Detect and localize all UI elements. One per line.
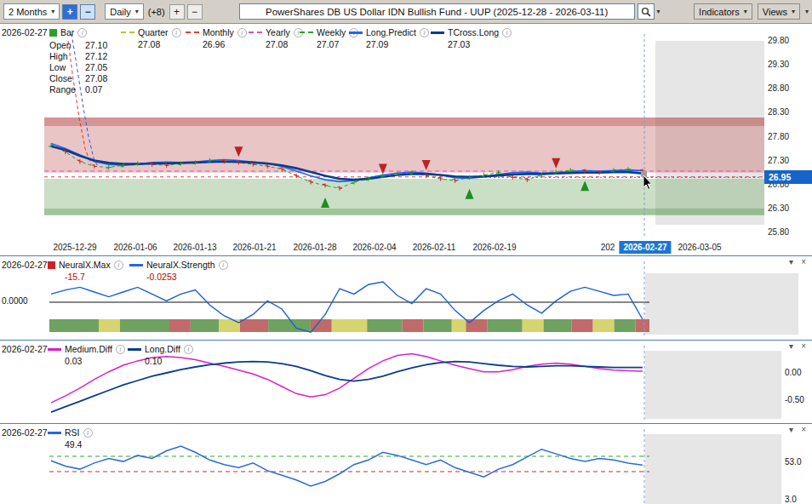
toolbar: 2 Months ▾ + − Daily ▾ (+8) + − PowerSha… (0, 0, 812, 24)
views-menu[interactable]: Views ▾ (758, 3, 800, 20)
y-axis-label: 28.30 (768, 107, 789, 117)
rsi-chart[interactable] (0, 424, 812, 504)
search-dropdown-icon[interactable]: ▾ (657, 8, 660, 15)
diff-panel: 2026-02-27 Medium.Diff i 0.03 Long.Diff … (0, 340, 812, 423)
y-axis-label: 26.30 (768, 203, 789, 213)
collapse-panel-icon[interactable]: ▾ (789, 257, 793, 266)
price-chart-panel: 2026-02-27 Bar i Quarter i 27.08 Monthly… (0, 24, 812, 255)
x-axis-label: 202 (601, 243, 615, 252)
interval-select[interactable]: Daily ▾ (105, 3, 143, 20)
time-axis[interactable]: 2025-12-292026-01-062026-01-132026-01-21… (0, 240, 812, 255)
diff-chart[interactable] (0, 341, 812, 423)
x-axis-label: 2026-01-21 (232, 243, 276, 252)
x-axis-label: 2026-01-13 (173, 243, 216, 252)
x-axis-label: 2026-03-05 (678, 243, 721, 252)
price-chart[interactable] (0, 24, 812, 240)
x-axis-label: 2026-02-19 (472, 243, 516, 252)
y-axis-label: 25.80 (768, 227, 789, 237)
period-plus-button[interactable]: + (62, 4, 77, 20)
x-axis-label: 2026-02-11 (413, 243, 455, 252)
x-axis-label: 2026-01-06 (113, 243, 157, 252)
search-icon (641, 7, 651, 17)
y-axis-label: 29.80 (768, 36, 789, 45)
close-panel-icon[interactable]: × (801, 341, 806, 351)
bar-offset-label: (+8) (148, 7, 165, 17)
neuralx-panel: 2026-02-27 NeuralX.Max i -15.7 NeuralX.S… (0, 255, 812, 340)
toolbar-overflow-icon[interactable]: ▾ (805, 8, 809, 15)
price-axis[interactable]: 26.95 29.8029.3028.8028.3027.8027.3026.8… (764, 24, 812, 240)
y-axis-label: 27.80 (768, 132, 789, 141)
offset-minus-button[interactable]: − (187, 4, 203, 20)
period-minus-button[interactable]: − (80, 4, 95, 20)
x-axis-label: 2025-12-29 (53, 243, 96, 252)
y-axis-label: 28.80 (768, 83, 789, 93)
symbol-title-box[interactable]: PowerShares DB US Dollar IDN Bullish Fun… (239, 3, 635, 20)
interval-select-value: Daily (110, 7, 130, 17)
close-panel-icon[interactable]: × (801, 257, 806, 266)
symbol-title: PowerShares DB US Dollar IDN Bullish Fun… (266, 7, 608, 17)
chevron-down-icon: ▾ (744, 8, 747, 15)
collapse-panel-icon[interactable]: ▾ (789, 341, 793, 351)
indicators-menu[interactable]: Indicators ▾ (694, 3, 752, 20)
offset-plus-button[interactable]: + (169, 4, 185, 20)
crosshair-date-badge: 2026-02-27 (619, 241, 671, 254)
close-panel-icon[interactable]: × (801, 425, 806, 434)
x-axis-label: 2026-01-28 (293, 243, 336, 252)
crosshair-price-badge: 26.95 (764, 170, 812, 184)
views-menu-label: Views (763, 7, 787, 17)
chevron-down-icon: ▾ (135, 8, 139, 15)
neuralx-chart[interactable] (0, 256, 812, 340)
rsi-panel: 2026-02-27 RSI i 49.4 53.0 3.0 ▾ × (0, 423, 812, 504)
search-button[interactable] (638, 3, 655, 20)
collapse-panel-icon[interactable]: ▾ (789, 425, 793, 434)
period-select-value: 2 Months (9, 7, 47, 17)
chevron-down-icon: ▾ (51, 8, 54, 15)
period-select[interactable]: 2 Months ▾ (3, 3, 60, 20)
mouse-cursor-icon (643, 175, 655, 192)
indicators-menu-label: Indicators (699, 7, 740, 17)
y-axis-label: 29.30 (768, 60, 789, 69)
x-axis-label: 2026-02-04 (352, 243, 396, 252)
y-axis-label: 27.30 (768, 156, 789, 165)
chevron-down-icon: ▾ (792, 8, 795, 15)
